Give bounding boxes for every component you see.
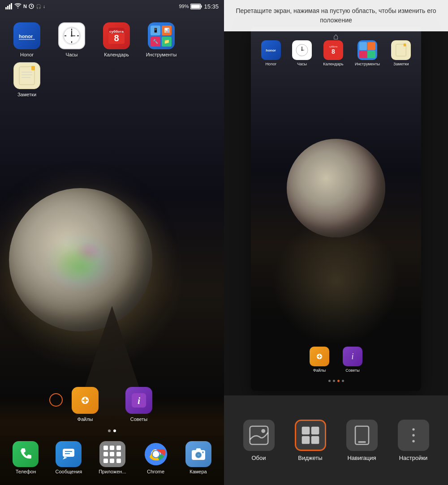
menu-settings[interactable]: Настройки: [398, 420, 429, 461]
dock-chrome[interactable]: Chrome: [143, 441, 169, 475]
clock-app-icon[interactable]: [58, 22, 85, 49]
svg-rect-8: [201, 5, 202, 8]
svg-text:honor: honor: [19, 34, 33, 39]
tooltip-text: Перетащите экран, нажимая на пустую обла…: [236, 7, 436, 24]
preview-files: Файлы: [310, 347, 329, 373]
messages-icon[interactable]: [56, 441, 82, 467]
bottom-apps-area: Файлы i Советы: [0, 387, 224, 427]
preview-tips-icon: i: [343, 347, 362, 366]
svg-text:i: i: [138, 395, 141, 406]
calendar-app-icon[interactable]: 8 суббота: [103, 22, 130, 49]
preview-dots: [251, 380, 421, 382]
notes-app-icon[interactable]: [13, 62, 40, 89]
time-display: 15:35: [204, 3, 219, 10]
preview-calendar: суббота 8 Календарь: [323, 40, 343, 67]
settings-icon[interactable]: [398, 420, 429, 451]
honor-label: Honor: [20, 52, 34, 58]
phone-icon[interactable]: [13, 441, 39, 467]
camera-label: Камера: [190, 469, 207, 475]
svg-rect-2: [9, 4, 10, 9]
left-panel: N 🎧 ↓ 99% 15:35: [0, 0, 224, 485]
preview-dot-3: [337, 380, 340, 382]
svg-point-49: [202, 451, 204, 453]
tools-app-icon[interactable]: 📱 📊 🔧 📁: [148, 22, 175, 49]
dock-messages[interactable]: Сообщения: [55, 441, 82, 475]
preview-dot-4: [342, 380, 344, 382]
app-honor[interactable]: honor Honor: [4, 22, 49, 58]
preview-tools: Инструменты: [355, 40, 380, 67]
svg-rect-1: [7, 6, 9, 9]
navigation-label: Навигация: [347, 455, 376, 461]
svg-point-43: [152, 451, 159, 457]
download-icon: ↓: [43, 4, 45, 9]
dock-apps[interactable]: Приложен...: [99, 441, 126, 475]
files-app-icon[interactable]: [72, 387, 99, 414]
preview-tips: i Советы: [343, 347, 362, 373]
preview-app-grid: honor Honor Часы суббо: [255, 40, 417, 67]
apps-label: Приложен...: [99, 469, 126, 475]
preview-clock: Часы: [292, 40, 312, 67]
svg-point-69: [412, 440, 414, 442]
svg-rect-55: [404, 43, 406, 47]
notes-label: Заметки: [17, 92, 36, 98]
app-notes[interactable]: Заметки: [4, 62, 49, 98]
svg-line-6: [31, 6, 32, 7]
app-calendar[interactable]: 8 суббота Календарь: [94, 22, 139, 58]
app-tips[interactable]: i Советы: [116, 387, 161, 422]
preview-honor-icon: honor: [261, 40, 281, 60]
honor-icon[interactable]: honor: [13, 22, 40, 49]
chrome-icon[interactable]: [143, 441, 169, 467]
dock-camera[interactable]: Камера: [185, 441, 211, 475]
preview-files-label: Файлы: [313, 368, 326, 373]
tooltip-message: Перетащите экран, нажимая на пустую обла…: [224, 0, 448, 31]
svg-rect-26: [31, 66, 35, 70]
preview-notes: Заметки: [391, 40, 411, 67]
preview-moon: [287, 139, 385, 237]
headset-icon: 🎧: [36, 4, 41, 9]
wallpaper-label: Обои: [251, 455, 266, 461]
svg-point-68: [412, 434, 414, 436]
app-clock[interactable]: Часы: [49, 22, 94, 58]
menu-wallpaper[interactable]: Обои: [243, 420, 275, 461]
app-files[interactable]: Файлы: [63, 387, 108, 422]
wallpaper-icon[interactable]: [243, 420, 275, 451]
files-label: Файлы: [78, 416, 93, 422]
preview-honor-label: Honor: [265, 62, 276, 67]
app-tools[interactable]: 📱 📊 🔧 📁 Инструменты: [139, 22, 184, 58]
preview-notes-label: Заметки: [393, 62, 409, 67]
menu-navigation[interactable]: Навигация: [346, 420, 378, 461]
svg-rect-3: [11, 3, 12, 9]
svg-rect-66: [358, 441, 366, 443]
svg-marker-37: [63, 457, 67, 459]
phone-preview: ⌂ honor Honor Часы: [251, 27, 421, 391]
svg-text:8: 8: [114, 33, 119, 43]
apps-icon[interactable]: [99, 441, 125, 467]
preview-calendar-label: Календарь: [323, 62, 343, 67]
navigation-icon[interactable]: [346, 420, 378, 451]
status-right: 99% 15:35: [179, 3, 219, 10]
widgets-icon[interactable]: [295, 420, 326, 451]
widgets-label: Виджеты: [298, 455, 322, 461]
chrome-label: Chrome: [147, 469, 164, 475]
camera-icon[interactable]: [185, 441, 211, 467]
svg-point-33: [84, 399, 86, 402]
svg-marker-45: [196, 448, 201, 450]
alarm-icon: [29, 4, 34, 9]
dock-phone[interactable]: Телефон: [13, 441, 39, 475]
svg-rect-36: [63, 449, 74, 457]
battery-percent: 99%: [179, 4, 189, 9]
menu-widgets[interactable]: Виджеты: [295, 420, 326, 461]
svg-point-60: [261, 429, 265, 433]
messages-label: Сообщения: [55, 469, 82, 475]
preview-tips-label: Советы: [345, 368, 359, 373]
nfc-icon: N: [23, 4, 27, 9]
svg-point-53: [301, 50, 302, 51]
calendar-label: Календарь: [104, 52, 129, 58]
preview-notes-icon: [391, 40, 411, 60]
phone-label: Телефон: [16, 469, 36, 475]
clock-label: Часы: [66, 52, 78, 58]
dot-2: [113, 429, 116, 432]
tips-app-icon[interactable]: i: [125, 387, 152, 414]
preview-calendar-icon: суббота 8: [323, 40, 343, 60]
svg-rect-9: [191, 4, 200, 8]
